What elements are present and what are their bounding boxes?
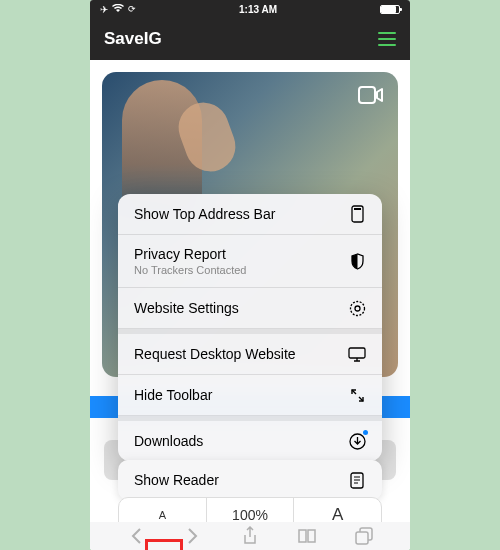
aa-menu: Show Top Address Bar Privacy Report No T… xyxy=(118,194,382,461)
battery-icon xyxy=(380,5,400,14)
menu-label: Downloads xyxy=(134,433,203,449)
menu-hide-toolbar[interactable]: Hide Toolbar xyxy=(118,375,382,416)
shield-icon xyxy=(348,252,366,270)
menu-label: Request Desktop Website xyxy=(134,346,296,362)
menu-show-reader[interactable]: Show Reader xyxy=(118,460,382,500)
expand-icon xyxy=(348,386,366,404)
phone-frame: ✈ ⟳ 1:13 AM SaveIG Show Top Address Bar xyxy=(90,0,410,550)
annotation-highlight xyxy=(145,539,183,550)
top-bar-icon xyxy=(348,205,366,223)
menu-label: Show Top Address Bar xyxy=(134,206,275,222)
tabs-button[interactable] xyxy=(353,525,375,547)
menu-website-settings[interactable]: Website Settings xyxy=(118,288,382,329)
reader-icon xyxy=(348,471,366,489)
brand-logo: SaveIG xyxy=(104,29,162,49)
svg-point-3 xyxy=(350,301,364,315)
loading-icon: ⟳ xyxy=(128,4,136,14)
svg-rect-0 xyxy=(359,87,375,103)
menu-label: Privacy Report xyxy=(134,246,247,262)
menu-label: Website Settings xyxy=(134,300,239,316)
svg-point-4 xyxy=(355,306,360,311)
status-bar: ✈ ⟳ 1:13 AM xyxy=(90,0,410,18)
svg-rect-2 xyxy=(354,208,361,210)
bookmarks-button[interactable] xyxy=(296,525,318,547)
svg-rect-8 xyxy=(356,532,368,544)
share-button[interactable] xyxy=(239,525,261,547)
download-icon xyxy=(348,432,366,450)
video-icon xyxy=(358,86,384,108)
svg-rect-5 xyxy=(349,348,365,358)
menu-show-top-bar[interactable]: Show Top Address Bar xyxy=(118,194,382,235)
app-header: SaveIG xyxy=(90,18,410,60)
menu-sublabel: No Trackers Contacted xyxy=(134,264,247,276)
gear-icon xyxy=(348,299,366,317)
forward-button[interactable] xyxy=(182,525,204,547)
menu-downloads[interactable]: Downloads xyxy=(118,416,382,461)
badge-dot xyxy=(363,430,368,435)
desktop-icon xyxy=(348,345,366,363)
menu-label: Hide Toolbar xyxy=(134,387,212,403)
menu-privacy-report[interactable]: Privacy Report No Trackers Contacted xyxy=(118,235,382,288)
airplane-icon: ✈ xyxy=(100,4,108,15)
menu-request-desktop[interactable]: Request Desktop Website xyxy=(118,329,382,375)
bottom-toolbar xyxy=(90,522,410,550)
wifi-icon xyxy=(112,4,124,15)
menu-label: Show Reader xyxy=(134,472,219,488)
clock: 1:13 AM xyxy=(239,4,277,15)
hamburger-menu-icon[interactable] xyxy=(378,32,396,46)
